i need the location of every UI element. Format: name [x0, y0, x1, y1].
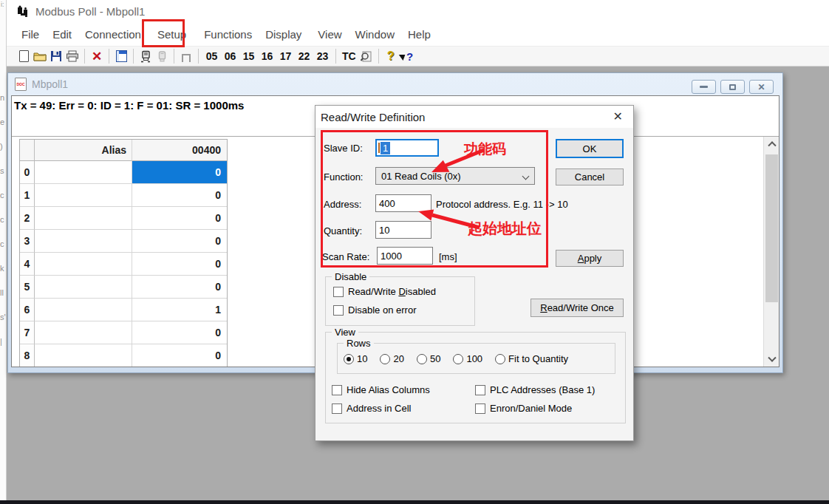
disconnect-button[interactable]: [154, 47, 170, 65]
rows-option-20[interactable]: 20: [380, 353, 403, 364]
address-in-cell-checkbox[interactable]: [332, 403, 342, 414]
single-poll-button[interactable]: [178, 47, 194, 65]
help-button[interactable]: ?: [383, 47, 399, 65]
alias-cell[interactable]: [35, 321, 132, 344]
alias-cell[interactable]: [35, 276, 132, 299]
test-center-button[interactable]: TC: [340, 47, 358, 65]
value-cell[interactable]: 0: [132, 276, 227, 299]
value-cell[interactable]: 0: [132, 344, 227, 367]
radio-icon[interactable]: [417, 354, 427, 364]
open-file-button[interactable]: [32, 47, 48, 65]
function-05-button[interactable]: 05: [202, 47, 221, 65]
address-in-cell-row[interactable]: Address in Cell: [332, 403, 411, 414]
hide-alias-checkbox[interactable]: [332, 385, 342, 395]
alias-cell[interactable]: [35, 299, 132, 321]
menu-functions[interactable]: Functions: [199, 25, 256, 44]
value-cell[interactable]: 0: [132, 253, 227, 276]
ok-button[interactable]: OK: [556, 139, 624, 158]
scroll-up-button[interactable]: [764, 137, 779, 150]
alias-cell[interactable]: [35, 344, 132, 367]
row-header[interactable]: 4: [20, 253, 35, 276]
address-input[interactable]: 400: [375, 194, 431, 212]
disable-on-error-row[interactable]: Disable on error: [333, 304, 417, 316]
row-header[interactable]: 0: [20, 161, 35, 184]
minimize-button[interactable]: [692, 80, 716, 94]
plc-addresses-row[interactable]: PLC Addresses (Base 1): [475, 384, 595, 395]
alias-cell[interactable]: [35, 161, 132, 184]
rows-option-10[interactable]: 10: [344, 353, 367, 364]
function-17-button[interactable]: 17: [276, 47, 295, 65]
menu-edit[interactable]: Edit: [48, 25, 76, 44]
delete-button[interactable]: ✕: [89, 47, 105, 65]
close-window-button[interactable]: ✕: [749, 80, 774, 94]
radio-icon[interactable]: [495, 354, 505, 364]
read-write-disabled-checkbox[interactable]: [333, 287, 344, 297]
function-22-button[interactable]: 22: [295, 47, 313, 65]
alias-column-header[interactable]: Alias: [35, 140, 132, 161]
menu-help[interactable]: Help: [403, 25, 435, 44]
rows-option-100[interactable]: 100: [453, 353, 482, 364]
address-column-header[interactable]: 00400: [132, 140, 227, 161]
context-question-icon: ?: [406, 50, 413, 63]
apply-button[interactable]: Apply: [556, 250, 624, 267]
save-file-button[interactable]: [48, 47, 64, 65]
value-cell[interactable]: 0: [132, 207, 227, 230]
menu-file[interactable]: File: [17, 25, 44, 44]
alias-cell[interactable]: [35, 253, 132, 276]
dialog-titlebar[interactable]: Read/Write Definition ✕: [315, 106, 633, 128]
connect-button[interactable]: [137, 47, 154, 65]
setup-definition-button[interactable]: [113, 47, 129, 65]
menu-connection[interactable]: Connection: [81, 25, 146, 44]
read-write-disabled-row[interactable]: Read/Write Disabled: [333, 286, 436, 297]
scroll-down-button[interactable]: [764, 353, 779, 367]
enron-daniel-row[interactable]: Enron/Daniel Mode: [475, 403, 572, 414]
function-15-button[interactable]: 15: [239, 47, 258, 65]
radio-icon[interactable]: [380, 354, 390, 364]
menu-view[interactable]: View: [313, 25, 346, 44]
value-cell[interactable]: 1: [132, 299, 227, 321]
hide-alias-row[interactable]: Hide Alias Columns: [332, 384, 430, 395]
radio-icon[interactable]: [453, 354, 463, 364]
plc-addresses-checkbox[interactable]: [475, 385, 485, 395]
value-cell[interactable]: 0: [132, 184, 227, 207]
enron-daniel-checkbox[interactable]: [475, 403, 485, 414]
new-file-button[interactable]: [16, 47, 32, 65]
menu-setup[interactable]: Setup: [153, 25, 191, 44]
vertical-scrollbar[interactable]: [763, 137, 779, 367]
function-dropdown[interactable]: 01 Read Coils (0x): [375, 167, 535, 185]
rows-option-fit[interactable]: Fit to Quantity: [495, 353, 568, 364]
scan-rate-input[interactable]: 1000: [377, 247, 433, 265]
alias-cell[interactable]: [35, 184, 132, 207]
row-header[interactable]: 7: [20, 321, 35, 344]
print-button[interactable]: [64, 47, 81, 65]
alias-cell[interactable]: [35, 207, 132, 230]
radio-selected-icon[interactable]: [344, 354, 354, 364]
context-help-button[interactable]: ?: [399, 47, 415, 65]
function-23-button[interactable]: 23: [313, 47, 332, 65]
row-header[interactable]: 1: [20, 184, 35, 207]
mbpoll1-titlebar[interactable]: DOC Mbpoll1 ✕: [8, 73, 782, 95]
communication-traffic-button[interactable]: [358, 47, 375, 65]
value-cell[interactable]: 0: [132, 321, 227, 344]
read-write-once-button[interactable]: Read/Write Once: [531, 299, 624, 317]
alias-cell[interactable]: [35, 230, 132, 253]
menu-window[interactable]: Window: [351, 25, 399, 44]
cancel-button[interactable]: Cancel: [556, 168, 624, 185]
dialog-close-icon[interactable]: ✕: [610, 109, 626, 124]
value-cell-selected[interactable]: 0: [132, 161, 227, 184]
row-header[interactable]: 5: [20, 276, 35, 299]
value-cell[interactable]: 0: [132, 230, 227, 253]
function-16-button[interactable]: 16: [258, 47, 276, 65]
disable-on-error-checkbox[interactable]: [333, 305, 344, 316]
slave-id-input[interactable]: 1: [375, 139, 439, 157]
rows-option-50[interactable]: 50: [417, 353, 440, 364]
row-header[interactable]: 2: [20, 207, 35, 230]
row-header[interactable]: 6: [20, 299, 35, 321]
quantity-input[interactable]: 10: [375, 221, 431, 239]
row-header[interactable]: 3: [20, 230, 35, 253]
row-header[interactable]: 8: [20, 344, 35, 367]
function-06-button[interactable]: 06: [221, 47, 239, 65]
restore-button[interactable]: [720, 80, 745, 94]
scrollbar-thumb[interactable]: [765, 154, 778, 302]
menu-display[interactable]: Display: [261, 25, 306, 44]
